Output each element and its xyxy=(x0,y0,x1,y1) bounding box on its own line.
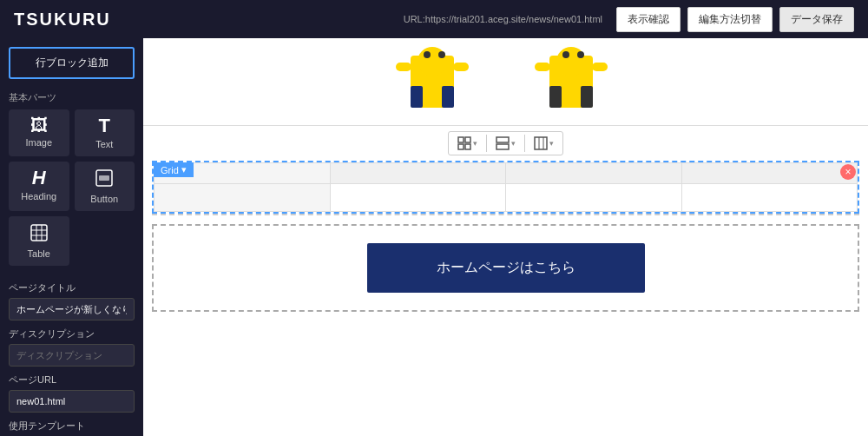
table-cell xyxy=(330,163,506,184)
svg-rect-20 xyxy=(581,86,593,108)
svg-rect-8 xyxy=(418,47,447,76)
sidebar: 行ブロック追加 基本パーツ 🖼 Image T Text H Heading xyxy=(0,38,143,436)
canvas-area: ▾ ▾ xyxy=(143,38,868,436)
svg-rect-11 xyxy=(411,86,423,108)
svg-rect-10 xyxy=(438,51,445,58)
page-title-input[interactable] xyxy=(9,298,135,320)
description-form-label: ディスクリプション xyxy=(9,327,135,340)
svg-rect-24 xyxy=(465,137,470,142)
edit-mode-button[interactable]: 編集方法切替 xyxy=(687,7,773,32)
toolbar-separator-1 xyxy=(486,135,487,152)
grid-btn1-chevron: ▾ xyxy=(473,139,477,148)
svg-rect-9 xyxy=(424,51,431,58)
svg-rect-12 xyxy=(442,86,454,108)
part-item-image[interactable]: 🖼 Image xyxy=(9,109,69,156)
part-item-text[interactable]: T Text xyxy=(75,109,135,156)
page-url-display: URL:https://trial201.aceg.site/news/new0… xyxy=(404,14,602,24)
svg-rect-28 xyxy=(496,144,509,149)
grid-label-chevron: ▾ xyxy=(181,164,187,175)
heading-label: Heading xyxy=(21,191,56,201)
svg-rect-2 xyxy=(31,225,47,241)
close-icon: × xyxy=(845,166,851,178)
grid-table xyxy=(154,162,858,212)
table-cell xyxy=(330,184,506,212)
grid-btn2-chevron: ▾ xyxy=(511,139,516,148)
grid-delete-icon[interactable]: × xyxy=(840,164,856,180)
svg-rect-17 xyxy=(562,51,569,58)
text-label: Text xyxy=(95,139,113,149)
grid-btn3-chevron: ▾ xyxy=(549,139,554,148)
page-title-form-label: ページタイトル xyxy=(9,281,135,294)
svg-rect-23 xyxy=(458,137,464,142)
image-block xyxy=(143,38,868,125)
app-logo: TSUKURU xyxy=(14,10,111,30)
page-url-input[interactable] xyxy=(9,390,135,413)
cta-button[interactable]: ホームページはこちら xyxy=(367,243,645,293)
part-item-table[interactable]: Table xyxy=(9,216,69,266)
header: TSUKURU URL:https://trial201.aceg.site/n… xyxy=(0,0,868,38)
svg-rect-1 xyxy=(99,175,109,181)
svg-rect-26 xyxy=(465,144,470,149)
svg-rect-29 xyxy=(535,137,547,149)
grid-label-text: Grid xyxy=(161,165,179,175)
canvas-inner: ▾ ▾ xyxy=(143,38,868,436)
image-icon: 🖼 xyxy=(30,116,48,134)
template-form-label: 使用テンプレート xyxy=(9,419,135,433)
toolbar-separator-2 xyxy=(524,135,525,152)
grid-label: Grid ▾ xyxy=(154,162,194,177)
header-right: URL:https://trial201.aceg.site/news/new0… xyxy=(404,7,854,32)
grid-toolbar: ▾ ▾ xyxy=(143,125,868,161)
table-cell xyxy=(155,184,331,212)
cartoon-illustration xyxy=(176,38,836,125)
description-input[interactable] xyxy=(9,344,135,367)
button-label: Button xyxy=(90,194,118,204)
svg-rect-22 xyxy=(592,63,608,71)
grid-layout-btn-1[interactable]: ▾ xyxy=(454,135,481,152)
table-icon xyxy=(30,223,49,245)
table-cell xyxy=(681,163,858,184)
grid-toolbar-inner: ▾ ▾ xyxy=(448,131,563,155)
section-separator xyxy=(152,214,859,215)
page-url-form-label: ページURL xyxy=(9,373,135,386)
preview-button[interactable]: 表示確認 xyxy=(616,7,681,32)
table-cell xyxy=(681,184,858,212)
page-settings-form: ページタイトル ディスクリプション ページURL 使用テンプレート xyxy=(9,281,135,436)
heading-icon: H xyxy=(32,168,46,188)
table-cell xyxy=(506,163,682,184)
grid-layout-btn-3[interactable]: ▾ xyxy=(530,135,557,152)
part-item-heading[interactable]: H Heading xyxy=(9,162,69,211)
add-row-button[interactable]: 行ブロック追加 xyxy=(9,47,135,79)
svg-rect-16 xyxy=(556,47,586,76)
grid-block: Grid ▾ xyxy=(152,161,859,214)
svg-rect-19 xyxy=(549,86,562,108)
parts-grid: 🖼 Image T Text H Heading Button xyxy=(9,109,135,266)
table-cell xyxy=(506,184,682,212)
svg-rect-27 xyxy=(496,137,509,142)
svg-rect-13 xyxy=(396,63,411,71)
button-icon xyxy=(95,168,114,190)
grid-layout-btn-2[interactable]: ▾ xyxy=(492,135,519,152)
text-icon: T xyxy=(99,116,110,135)
part-item-button[interactable]: Button xyxy=(75,162,135,211)
save-button[interactable]: データ保存 xyxy=(779,7,854,32)
svg-rect-25 xyxy=(458,144,464,149)
table-label: Table xyxy=(28,248,50,259)
svg-rect-14 xyxy=(453,63,469,71)
table-row xyxy=(155,163,858,184)
button-block: ホームページはこちら xyxy=(152,224,859,312)
basic-parts-label: 基本パーツ xyxy=(9,91,135,104)
image-label: Image xyxy=(25,137,52,148)
svg-rect-18 xyxy=(577,51,584,58)
table-row xyxy=(155,184,858,212)
main-layout: 行ブロック追加 基本パーツ 🖼 Image T Text H Heading xyxy=(0,38,868,436)
svg-rect-21 xyxy=(535,63,550,71)
